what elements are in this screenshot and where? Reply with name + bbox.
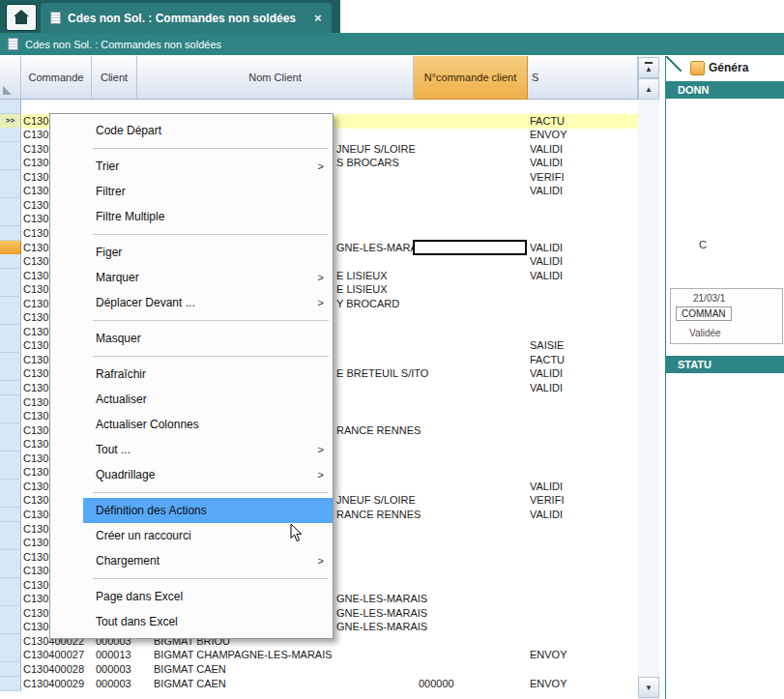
scroll-up-button[interactable]: ▲ bbox=[638, 78, 659, 100]
row-header-cell[interactable] bbox=[0, 254, 21, 269]
row-header-cell[interactable] bbox=[0, 269, 21, 283]
grid-corner-header[interactable] bbox=[0, 56, 21, 100]
close-icon[interactable]: × bbox=[314, 11, 322, 25]
menu-item[interactable]: Actualiser bbox=[50, 387, 333, 412]
menu-separator bbox=[93, 356, 329, 357]
row-header-cell[interactable]: >> bbox=[0, 114, 21, 129]
table-row[interactable] bbox=[0, 100, 638, 114]
row-header-cell[interactable] bbox=[0, 648, 21, 662]
row-header-cell[interactable] bbox=[0, 409, 21, 423]
row-header-cell[interactable] bbox=[0, 395, 21, 410]
cell-nom-client: BIGMAT CAEN bbox=[137, 662, 412, 677]
column-header-client[interactable]: Client bbox=[92, 56, 137, 100]
row-header-cell[interactable] bbox=[0, 634, 21, 649]
menu-item[interactable]: Marquer> bbox=[50, 265, 333, 290]
menu-item[interactable]: Filtre Multiple bbox=[50, 204, 333, 229]
menu-item[interactable]: Page dans Excel bbox=[50, 584, 333, 609]
row-header-cell[interactable] bbox=[0, 465, 21, 480]
menu-item[interactable]: Déplacer Devant ...> bbox=[50, 290, 333, 315]
row-header-cell[interactable] bbox=[0, 508, 21, 522]
row-header-cell[interactable] bbox=[0, 212, 21, 226]
cell-commande: C130400027 bbox=[23, 648, 91, 662]
menu-item[interactable]: Chargement> bbox=[50, 548, 333, 573]
row-header-cell[interactable] bbox=[0, 564, 21, 578]
row-header-cell[interactable] bbox=[0, 550, 21, 565]
menu-item[interactable]: Figer bbox=[50, 240, 333, 265]
cell-statut: VALIDI bbox=[530, 142, 636, 157]
panel-field-label: C bbox=[699, 239, 707, 250]
right-panel: Généra DONN C 21/03/1 COMMAN Validée STA… bbox=[665, 56, 784, 699]
submenu-arrow-icon: > bbox=[318, 437, 324, 462]
table-row[interactable]: C130400029000003BIGMAT CAEN000000ENVOY bbox=[0, 677, 638, 691]
section-header-donnees[interactable]: DONN bbox=[666, 81, 784, 99]
row-header-cell[interactable] bbox=[0, 522, 21, 537]
section-header-statut[interactable]: STATU bbox=[666, 356, 784, 373]
row-header-cell[interactable] bbox=[0, 170, 21, 185]
row-header-cell[interactable] bbox=[0, 493, 21, 508]
table-row[interactable]: C130400028000003BIGMAT CAEN bbox=[0, 662, 638, 677]
menu-separator bbox=[93, 234, 329, 235]
cell-statut: VALIDI bbox=[530, 184, 636, 198]
column-header-commande[interactable]: Commande bbox=[21, 56, 92, 100]
cell-client: 000013 bbox=[92, 648, 140, 662]
menu-item[interactable]: Rafraîchir bbox=[50, 362, 333, 387]
table-row[interactable]: C130400027000013BIGMAT CHAMPAGNE-LES-MAR… bbox=[0, 648, 638, 662]
row-header-cell[interactable] bbox=[0, 142, 21, 157]
row-header-cell[interactable] bbox=[0, 338, 21, 353]
row-header-cell[interactable] bbox=[0, 381, 21, 395]
row-header-cell[interactable] bbox=[0, 480, 21, 494]
menu-item[interactable]: Définition des Actions bbox=[50, 498, 333, 523]
row-header-cell[interactable] bbox=[0, 297, 21, 311]
row-header-cell[interactable] bbox=[0, 366, 21, 381]
cell-nom-client-partial: E LISIEUX bbox=[336, 269, 526, 283]
vertical-scrollbar[interactable]: ▲ ▲ ▼ bbox=[638, 56, 659, 699]
row-header-cell[interactable] bbox=[0, 156, 21, 170]
menu-item[interactable]: Filtrer bbox=[50, 179, 333, 204]
submenu-arrow-icon: > bbox=[318, 154, 324, 179]
focused-cell[interactable] bbox=[413, 240, 527, 255]
menu-item[interactable]: Quadrillage> bbox=[50, 462, 333, 487]
document-icon bbox=[8, 38, 18, 50]
row-header-cell[interactable] bbox=[0, 353, 21, 367]
row-header-cell[interactable] bbox=[0, 536, 21, 550]
row-header-cell[interactable] bbox=[0, 677, 21, 691]
tab-label: Cdes non Sol. : Commandes non soldées bbox=[68, 12, 296, 25]
status-date: 21/03/1 bbox=[693, 293, 725, 304]
row-header-cell[interactable] bbox=[0, 451, 21, 466]
menu-item[interactable]: Masquer bbox=[50, 326, 333, 351]
general-form-icon bbox=[690, 61, 705, 75]
cell-commande: C130400028 bbox=[23, 662, 91, 677]
scroll-to-top-button[interactable]: ▲ bbox=[638, 57, 659, 78]
menu-item[interactable]: Code Départ bbox=[50, 118, 333, 143]
document-icon bbox=[50, 12, 61, 24]
row-header-cell[interactable] bbox=[0, 620, 21, 634]
row-header-cell[interactable] bbox=[0, 423, 21, 438]
column-header-ncommande-client[interactable]: N°commande client bbox=[414, 56, 528, 100]
row-header-cell[interactable] bbox=[0, 606, 21, 621]
row-header-cell[interactable] bbox=[0, 592, 21, 606]
row-header-cell[interactable] bbox=[0, 128, 21, 142]
menu-item[interactable]: Tout dans Excel bbox=[50, 609, 333, 634]
home-button[interactable] bbox=[6, 4, 37, 31]
row-header-cell[interactable] bbox=[0, 437, 21, 451]
menu-item[interactable]: Trier> bbox=[50, 154, 333, 179]
cell-statut: ENVOY bbox=[530, 677, 636, 691]
row-header-cell[interactable] bbox=[0, 662, 21, 677]
column-header-statut[interactable]: S bbox=[528, 56, 638, 100]
menu-item[interactable]: Actualiser Colonnes bbox=[50, 412, 333, 437]
current-row-header-cell[interactable] bbox=[0, 241, 21, 255]
tab-cdes-non-soldees[interactable]: Cdes non Sol. : Commandes non soldées × bbox=[41, 3, 332, 33]
submenu-arrow-icon: > bbox=[318, 548, 324, 573]
row-header-cell[interactable] bbox=[0, 100, 21, 114]
row-header-cell[interactable] bbox=[0, 226, 21, 241]
row-header-cell[interactable] bbox=[0, 310, 21, 325]
menu-item[interactable]: Tout ...> bbox=[50, 437, 333, 462]
column-header-nom-client[interactable]: Nom Client bbox=[137, 56, 414, 100]
row-header-cell[interactable] bbox=[0, 578, 21, 593]
row-header-cell[interactable] bbox=[0, 325, 21, 339]
row-header-cell[interactable] bbox=[0, 184, 21, 198]
scroll-to-top-icon: ▲ bbox=[645, 62, 653, 73]
scroll-down-button[interactable]: ▼ bbox=[638, 677, 659, 698]
row-header-cell[interactable] bbox=[0, 198, 21, 213]
row-header-cell[interactable] bbox=[0, 282, 21, 297]
